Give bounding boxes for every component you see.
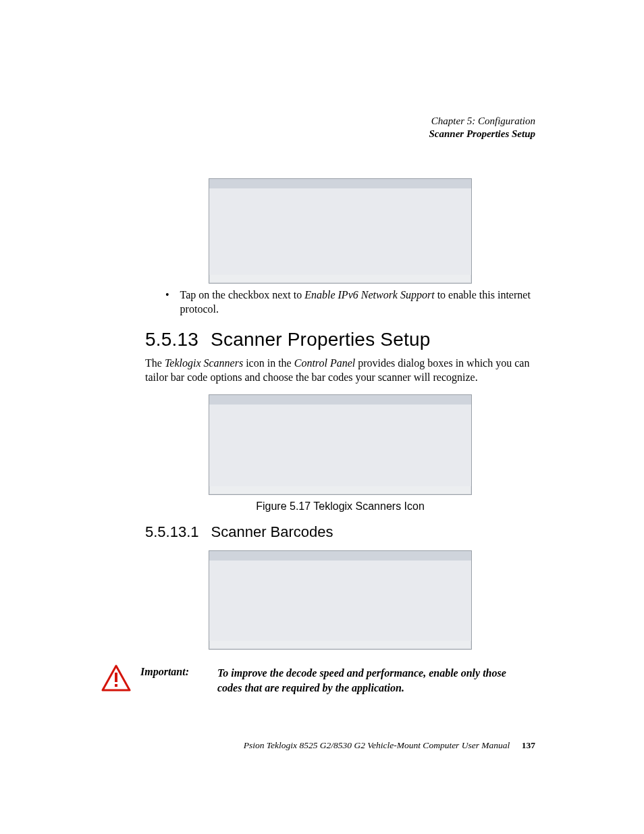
svg-rect-2 (115, 684, 117, 687)
page-number: 137 (522, 740, 535, 750)
bullet-text: Tap on the checkbox next to Enable IPv6 … (180, 288, 535, 317)
warning-icon (101, 664, 131, 692)
heading-number: 5.5.13 (145, 329, 198, 350)
heading-title: Scanner Properties Setup (211, 329, 430, 350)
important-text: To improve the decode speed and performa… (217, 666, 533, 695)
header-section: Scanner Properties Setup (145, 128, 535, 140)
bullet-marker: • (165, 288, 169, 317)
page-footer: Psion Teklogix 8525 G2/8530 G2 Vehicle-M… (145, 740, 535, 751)
running-header: Chapter 5: Configuration Scanner Propert… (145, 115, 535, 140)
important-label: Important: (140, 666, 208, 678)
heading-scanner-barcodes: 5.5.13.1Scanner Barcodes (145, 523, 535, 541)
heading-title: Scanner Barcodes (211, 523, 333, 540)
bullet-item: • Tap on the checkbox next to Enable IPv… (165, 288, 535, 317)
important-note: Important: To improve the decode speed a… (101, 664, 533, 695)
svg-rect-1 (115, 673, 117, 682)
screenshot-ipv6-support (209, 178, 472, 284)
heading-scanner-properties-setup: 5.5.13Scanner Properties Setup (145, 329, 535, 350)
heading-number: 5.5.13.1 (145, 523, 199, 540)
screenshot-scanner-settings (209, 550, 472, 650)
header-chapter: Chapter 5: Configuration (145, 115, 535, 128)
figure-caption: Figure 5.17 Teklogix Scanners Icon (145, 500, 535, 513)
footer-text: Psion Teklogix 8525 G2/8530 G2 Vehicle-M… (244, 740, 510, 750)
screenshot-teklogix-scanners-icon (209, 394, 472, 495)
intro-paragraph: The Teklogix Scanners icon in the Contro… (145, 356, 535, 385)
